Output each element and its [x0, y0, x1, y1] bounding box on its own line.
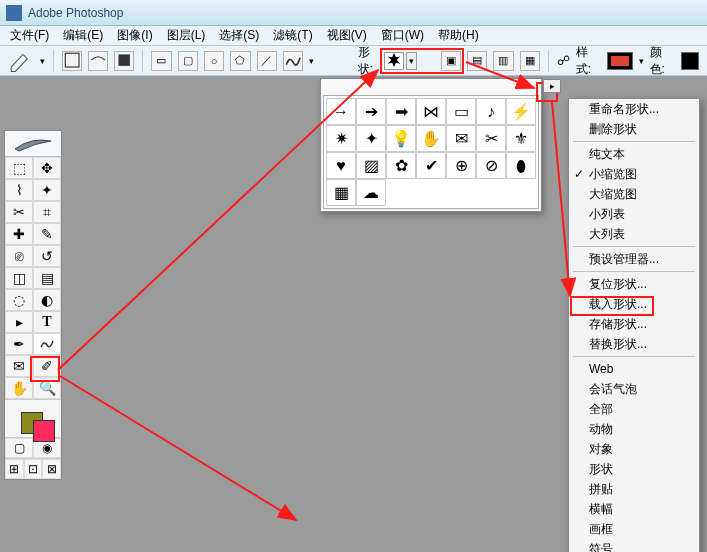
shape-bulb-icon[interactable]: 💡	[386, 125, 416, 152]
custom-shape-icon[interactable]	[283, 51, 303, 71]
type-tool-icon[interactable]: T	[33, 311, 61, 333]
shape-noentry-icon[interactable]: ⊘	[476, 152, 506, 179]
color-wells[interactable]	[5, 399, 61, 437]
marquee-tool-icon[interactable]: ⬚	[5, 157, 33, 179]
screen-max-icon[interactable]: ⊠	[42, 459, 61, 479]
eraser-tool-icon[interactable]: ◫	[5, 267, 33, 289]
combine-add-icon[interactable]: ▣	[441, 51, 461, 71]
ellipse-shape-icon[interactable]: ○	[204, 51, 224, 71]
shape-star-icon[interactable]: ✦	[356, 125, 386, 152]
ctx-delete[interactable]: 删除形状	[569, 119, 699, 139]
ctx-small-thumb[interactable]: 小缩览图	[569, 164, 699, 184]
tool-preset-icon[interactable]	[8, 50, 34, 72]
menu-edit[interactable]: 编辑(E)	[57, 25, 109, 46]
fill-pixels-icon[interactable]	[114, 51, 134, 71]
ctx-load[interactable]: 载入形状...	[569, 294, 699, 314]
ctx-web[interactable]: Web	[569, 359, 699, 379]
shape-hand-icon[interactable]: ✋	[416, 125, 446, 152]
ctx-large-list[interactable]: 大列表	[569, 224, 699, 244]
standard-mode-icon[interactable]: ▢	[5, 438, 33, 458]
screen-std-icon[interactable]: ⊞	[5, 459, 24, 479]
ctx-save[interactable]: 存储形状...	[569, 314, 699, 334]
screen-full-icon[interactable]: ⊡	[24, 459, 43, 479]
ctx-large-thumb[interactable]: 大缩览图	[569, 184, 699, 204]
ctx-replace[interactable]: 替换形状...	[569, 334, 699, 354]
ctx-bubble[interactable]: 会话气泡	[569, 379, 699, 399]
flyout-menu-icon[interactable]: ▸	[543, 79, 561, 93]
shape-bold-arrow-icon[interactable]: ➡	[386, 98, 416, 125]
ctx-animal[interactable]: 动物	[569, 419, 699, 439]
shape-cloud-icon[interactable]: ☁	[356, 179, 386, 206]
paths-icon[interactable]	[88, 51, 108, 71]
shape-bolt-icon[interactable]: ⚡	[506, 98, 536, 125]
shape-arrow-icon[interactable]: ➔	[356, 98, 386, 125]
shape-heart-icon[interactable]: ♥	[326, 152, 356, 179]
shape-blob-icon[interactable]: ✿	[386, 152, 416, 179]
combine-int-icon[interactable]: ▥	[493, 51, 513, 71]
ctx-object[interactable]: 对象	[569, 439, 699, 459]
wand-tool-icon[interactable]: ✦	[33, 179, 61, 201]
stamp-tool-icon[interactable]: ⎚	[5, 245, 33, 267]
menu-file[interactable]: 文件(F)	[4, 25, 55, 46]
rect-shape-icon[interactable]: ▭	[151, 51, 171, 71]
shape-frame-icon[interactable]: ▭	[446, 98, 476, 125]
move-tool-icon[interactable]: ✥	[33, 157, 61, 179]
ctx-all[interactable]: 全部	[569, 399, 699, 419]
pen-tool-icon[interactable]: ✒	[5, 333, 33, 355]
ctx-banner[interactable]: 横幅	[569, 499, 699, 519]
fg-color-well[interactable]	[33, 420, 55, 442]
eyedrop-tool-icon[interactable]: ✐	[33, 355, 61, 377]
shape-bowtie-icon[interactable]: ⋈	[416, 98, 446, 125]
shape-note-icon[interactable]: ♪	[476, 98, 506, 125]
shape-burst-icon[interactable]: ✷	[326, 125, 356, 152]
slice-tool-icon[interactable]: ⌗	[33, 201, 61, 223]
blur-tool-icon[interactable]: ◌	[5, 289, 33, 311]
menu-image[interactable]: 图像(I)	[111, 25, 158, 46]
link-icon[interactable]: ☍	[557, 53, 570, 68]
combine-sub-icon[interactable]: ▤	[467, 51, 487, 71]
ctx-preset-mgr[interactable]: 预设管理器...	[569, 249, 699, 269]
history-tool-icon[interactable]: ↺	[33, 245, 61, 267]
gradient-tool-icon[interactable]: ▤	[33, 267, 61, 289]
ctx-reset[interactable]: 复位形状...	[569, 274, 699, 294]
zoom-tool-icon[interactable]: 🔍	[33, 377, 61, 399]
ctx-small-list[interactable]: 小列表	[569, 204, 699, 224]
custom-shape-tool-icon[interactable]	[33, 333, 61, 355]
shape-layers-icon[interactable]	[62, 51, 82, 71]
notes-tool-icon[interactable]: ✉	[5, 355, 33, 377]
rrect-shape-icon[interactable]: ▢	[178, 51, 198, 71]
brush-tool-icon[interactable]: ✎	[33, 223, 61, 245]
lasso-tool-icon[interactable]: ⌇	[5, 179, 33, 201]
shape-dropdown-icon[interactable]: ▾	[406, 52, 417, 70]
ctx-frame[interactable]: 画框	[569, 519, 699, 539]
menu-layer[interactable]: 图层(L)	[161, 25, 212, 46]
combine-excl-icon[interactable]: ▦	[520, 51, 540, 71]
path-sel-tool-icon[interactable]: ▸	[5, 311, 33, 333]
ctx-shape[interactable]: 形状	[569, 459, 699, 479]
ctx-puzzle[interactable]: 拼贴	[569, 479, 699, 499]
shape-grid-icon[interactable]: ▦	[326, 179, 356, 206]
heal-tool-icon[interactable]: ✚	[5, 223, 33, 245]
line-shape-icon[interactable]: ／	[257, 51, 277, 71]
crop-tool-icon[interactable]: ✂	[5, 201, 33, 223]
shape-diag-icon[interactable]: ▨	[356, 152, 386, 179]
shape-oval-icon[interactable]: ⬮	[506, 152, 536, 179]
ctx-text-only[interactable]: 纯文本	[569, 144, 699, 164]
shape-target-icon[interactable]: ⊕	[446, 152, 476, 179]
shape-fleur-icon[interactable]: ⚜	[506, 125, 536, 152]
dodge-tool-icon[interactable]: ◐	[33, 289, 61, 311]
style-swatch[interactable]	[607, 52, 633, 70]
ctx-rename[interactable]: 重命名形状...	[569, 99, 699, 119]
shape-swatch-icon[interactable]	[384, 52, 404, 70]
ctx-symbol[interactable]: 符号	[569, 539, 699, 552]
menu-help[interactable]: 帮助(H)	[432, 25, 485, 46]
menu-filter[interactable]: 滤镜(T)	[267, 25, 318, 46]
menu-select[interactable]: 选择(S)	[213, 25, 265, 46]
shape-thin-arrow-icon[interactable]: →	[326, 98, 356, 125]
shape-envelope-icon[interactable]: ✉	[446, 125, 476, 152]
shape-picker[interactable]: 形状: ▾	[354, 42, 422, 80]
shape-check-icon[interactable]: ✔	[416, 152, 446, 179]
shape-scissors-icon[interactable]: ✂	[476, 125, 506, 152]
color-swatch[interactable]	[681, 52, 699, 70]
polygon-shape-icon[interactable]: ⬠	[230, 51, 250, 71]
